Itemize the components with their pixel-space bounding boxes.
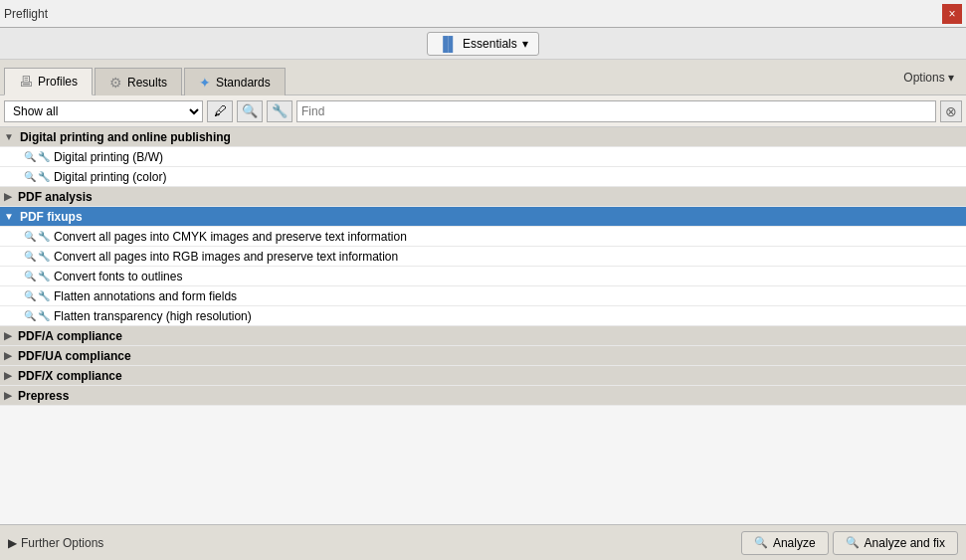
search-icon-transparency: 🔍 (24, 310, 36, 321)
group-pdf-fixups[interactable]: ▼ PDF fixups (0, 207, 966, 227)
annotations-icons: 🔍 🔧 (24, 290, 50, 301)
further-options-label: Further Options (21, 536, 103, 550)
essentials-button[interactable]: ▐▌ Essentials ▾ (427, 32, 539, 56)
tab-standards-label: Standards (216, 76, 271, 90)
title-bar: Preflight × (0, 0, 966, 28)
search-icon-fonts: 🔍 (24, 271, 36, 281)
wrench-icon: 🔧 (272, 103, 288, 118)
analyze-search-icon: 🔍 (754, 536, 768, 549)
tab-results[interactable]: ⚙ Results (95, 68, 182, 95)
analyze-fix-label: Analyze and fix (865, 536, 945, 550)
tab-profiles-label: Profiles (38, 75, 78, 89)
list-item-cmyk[interactable]: 🔍 🔧 Convert all pages into CMYK images a… (0, 227, 966, 247)
annotations-label: Flatten annotations and form fields (54, 289, 237, 303)
further-options-button[interactable]: ▶ Further Options (8, 536, 103, 550)
group-pdf-fixups-label: PDF fixups (20, 210, 83, 224)
list-item-digital-bw[interactable]: 🔍 🔧 Digital printing (B/W) (0, 147, 966, 167)
wrench-icon-transparency: 🔧 (38, 310, 50, 321)
group-pdf-analysis[interactable]: ▶ PDF analysis (0, 187, 966, 207)
edit-icon-button[interactable]: 🖊 (207, 100, 233, 122)
wrench-icon-rgb: 🔧 (38, 251, 50, 262)
transparency-icons: 🔍 🔧 (24, 310, 50, 321)
edit-icon: 🖊 (214, 103, 227, 118)
fonts-label: Convert fonts to outlines (54, 270, 182, 283)
analyze-label: Analyze (773, 536, 816, 550)
essentials-dropdown-arrow: ▾ (522, 37, 528, 51)
list-item-rgb[interactable]: 🔍 🔧 Convert all pages into RGB images an… (0, 247, 966, 267)
bottom-bar: ▶ Further Options 🔍 Analyze 🔍 Analyze an… (0, 524, 966, 560)
list-item-fonts[interactable]: 🔍 🔧 Convert fonts to outlines (0, 267, 966, 286)
arrow-pdf-fixups: ▼ (4, 211, 14, 222)
group-prepress-label: Prepress (18, 389, 69, 403)
search-small-icon2: 🔍 (24, 171, 36, 182)
wrench-icon-fonts: 🔧 (38, 271, 50, 281)
clear-search-button[interactable]: ⊗ (940, 100, 962, 122)
group-pdfx[interactable]: ▶ PDF/X compliance (0, 366, 966, 386)
digital-bw-label: Digital printing (B/W) (54, 150, 163, 164)
content-area: ▼ Digital printing and online publishing… (0, 127, 966, 524)
fonts-icons: 🔍 🔧 (24, 271, 50, 281)
analyze-fix-button[interactable]: 🔍 Analyze and fix (833, 531, 958, 555)
cmyk-label: Convert all pages into CMYK images and p… (54, 230, 407, 244)
group-pdfa[interactable]: ▶ PDF/A compliance (0, 326, 966, 346)
results-icon: ⚙ (109, 75, 122, 91)
search-icon-annotations: 🔍 (24, 290, 36, 301)
wrench-icon-cmyk: 🔧 (38, 231, 50, 242)
wrench-small-icon2: 🔧 (38, 171, 50, 182)
cmyk-icons: 🔍 🔧 (24, 231, 50, 242)
search-icon-cmyk: 🔍 (24, 231, 36, 242)
standards-icon: ✦ (199, 75, 211, 91)
group-prepress[interactable]: ▶ Prepress (0, 386, 966, 406)
analyze-fix-search-icon: 🔍 (846, 536, 860, 549)
search-icon: 🔍 (242, 103, 258, 118)
group-pdfx-label: PDF/X compliance (18, 369, 122, 383)
find-input[interactable] (296, 100, 936, 122)
group-digital[interactable]: ▼ Digital printing and online publishing (0, 127, 966, 147)
search-small-icon: 🔍 (24, 151, 36, 162)
close-button[interactable]: × (942, 4, 962, 24)
tabs-container: 🖶 Profiles ⚙ Results ✦ Standards (4, 60, 288, 94)
wrench-icon-button[interactable]: 🔧 (267, 100, 292, 122)
list-item-digital-color[interactable]: 🔍 🔧 Digital printing (color) (0, 167, 966, 187)
group-digital-label: Digital printing and online publishing (20, 130, 231, 144)
arrow-pdfa: ▶ (4, 330, 12, 341)
main-container: ▼ Digital printing and online publishing… (0, 127, 966, 560)
arrow-pdfx: ▶ (4, 370, 12, 381)
bottom-right-buttons: 🔍 Analyze 🔍 Analyze and fix (741, 531, 958, 555)
analyze-button[interactable]: 🔍 Analyze (741, 531, 829, 555)
rgb-icons: 🔍 🔧 (24, 251, 50, 262)
arrow-digital: ▼ (4, 131, 14, 142)
list-item-transparency[interactable]: 🔍 🔧 Flatten transparency (high resolutio… (0, 306, 966, 326)
digital-bw-icons: 🔍 🔧 (24, 151, 50, 162)
digital-color-icons: 🔍 🔧 (24, 171, 50, 182)
search-icon-rgb: 🔍 (24, 251, 36, 262)
rgb-label: Convert all pages into RGB images and pr… (54, 250, 398, 264)
group-pdfua[interactable]: ▶ PDF/UA compliance (0, 346, 966, 366)
tab-results-label: Results (127, 76, 167, 90)
essentials-label: Essentials (463, 37, 517, 51)
group-pdf-analysis-label: PDF analysis (18, 190, 93, 204)
search-icon-button[interactable]: 🔍 (237, 100, 263, 122)
profiles-icon: 🖶 (19, 74, 33, 90)
bar-chart-icon: ▐▌ (438, 36, 458, 52)
group-pdfa-label: PDF/A compliance (18, 329, 122, 343)
tab-profiles[interactable]: 🖶 Profiles (4, 68, 93, 95)
tabs-bar: 🖶 Profiles ⚙ Results ✦ Standards Options… (0, 60, 966, 95)
essentials-bar: ▐▌ Essentials ▾ (0, 28, 966, 60)
arrow-pdf-analysis: ▶ (4, 191, 12, 202)
list-item-annotations[interactable]: 🔍 🔧 Flatten annotations and form fields (0, 286, 966, 306)
group-pdfua-label: PDF/UA compliance (18, 349, 131, 363)
show-all-select[interactable]: Show all (4, 100, 203, 122)
arrow-pdfua: ▶ (4, 350, 12, 361)
wrench-icon-annotations: 🔧 (38, 290, 50, 301)
transparency-label: Flatten transparency (high resolution) (54, 309, 252, 323)
digital-color-label: Digital printing (color) (54, 170, 166, 184)
wrench-small-icon: 🔧 (38, 151, 50, 162)
further-options-arrow: ▶ (8, 536, 17, 550)
tab-standards[interactable]: ✦ Standards (184, 68, 286, 95)
options-button[interactable]: Options ▾ (895, 67, 962, 89)
arrow-prepress: ▶ (4, 390, 12, 401)
filter-bar: Show all 🖊 🔍 🔧 ⊗ (0, 95, 966, 127)
app-title: Preflight (4, 7, 48, 21)
